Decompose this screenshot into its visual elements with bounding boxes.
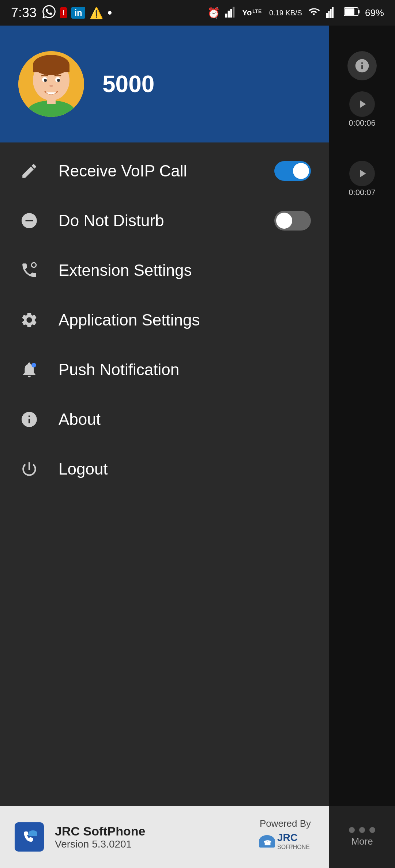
logout-label: Logout <box>59 460 108 478</box>
svg-rect-28 <box>18 826 40 848</box>
dnd-label: Do Not Disturb <box>59 212 164 230</box>
extension-settings-icon <box>18 259 40 281</box>
status-time: 7:33 <box>11 5 37 20</box>
play-button-1[interactable] <box>349 91 375 117</box>
svg-rect-23 <box>47 97 56 104</box>
svg-point-21 <box>49 85 53 87</box>
call-timer-2: 0:00:07 <box>349 161 375 197</box>
receive-voip-toggle-container <box>274 161 311 181</box>
play-button-2[interactable] <box>349 161 375 186</box>
svg-rect-11 <box>345 8 354 15</box>
nav-dot-2 <box>359 827 365 833</box>
menu-item-receive-voip[interactable]: Receive VoIP Call <box>0 146 329 196</box>
svg-text:☎: ☎ <box>263 840 271 847</box>
status-right: ⏰ YoLTE 0.19 KB/S 69% <box>207 6 384 20</box>
about-label: About <box>59 410 101 429</box>
nav-dot-3 <box>369 827 375 833</box>
linkedin-icon: in <box>71 7 85 19</box>
status-left: 7:33 ! in ⚠️ • <box>11 5 112 21</box>
footer-app-info: JRC SoftPhone Version 5.3.0201 <box>55 824 145 850</box>
svg-point-24 <box>31 263 36 267</box>
logout-icon <box>18 458 40 480</box>
badge-icon: ! <box>60 7 67 18</box>
menu-item-logout[interactable]: Logout <box>0 444 329 494</box>
receive-voip-label: Receive VoIP Call <box>59 162 187 180</box>
menu-item-about[interactable]: About <box>0 395 329 444</box>
data-speed: 0.19 KB/S <box>269 8 302 17</box>
alarm-icon: ⏰ <box>207 7 220 19</box>
footer-version: Version 5.3.0201 <box>55 838 145 850</box>
dnd-toggle-knob <box>276 213 292 229</box>
svg-text:PHONE: PHONE <box>289 844 310 850</box>
info-button-right[interactable] <box>347 51 377 80</box>
menu-item-push-notification[interactable]: Push Notification <box>0 345 329 395</box>
dnd-toggle[interactable] <box>274 211 311 231</box>
right-panel: 0:00:06 0:00:07 More <box>329 26 395 868</box>
menu-item-app-settings[interactable]: Application Settings <box>0 295 329 345</box>
notification-dot: • <box>108 5 112 20</box>
svg-rect-9 <box>332 7 334 18</box>
svg-rect-0 <box>225 14 227 18</box>
menu-item-extension-settings[interactable]: Extension Settings <box>0 245 329 295</box>
lte-icon: YoLTE <box>242 6 264 20</box>
svg-rect-8 <box>330 9 332 18</box>
drawer-header: 5000 <box>0 26 329 142</box>
call-timer-1: 0:00:06 <box>349 91 375 128</box>
svg-rect-30 <box>29 833 37 836</box>
wifi-icon <box>307 6 320 20</box>
battery-percentage: 69% <box>365 7 384 19</box>
svg-rect-12 <box>358 10 360 14</box>
svg-rect-7 <box>328 11 330 18</box>
push-notification-icon <box>18 359 40 381</box>
svg-rect-3 <box>233 7 234 17</box>
user-extension-number: 5000 <box>102 71 154 98</box>
svg-rect-1 <box>228 11 230 18</box>
drawer: 5000 Receive VoIP Call <box>0 26 329 868</box>
footer-powered-by-text: Powered By <box>260 818 311 829</box>
nav-dot-1 <box>349 827 355 833</box>
footer-app-name: JRC SoftPhone <box>55 824 145 838</box>
svg-point-27 <box>31 363 36 368</box>
svg-rect-16 <box>33 65 69 72</box>
svg-rect-2 <box>230 9 232 18</box>
extension-settings-label: Extension Settings <box>59 261 192 279</box>
svg-text:LTE: LTE <box>252 8 262 14</box>
receive-voip-toggle[interactable] <box>274 161 311 181</box>
more-label[interactable]: More <box>351 836 373 847</box>
dnd-icon <box>18 210 40 232</box>
svg-rect-6 <box>326 13 328 18</box>
user-avatar <box>18 51 84 117</box>
push-notification-label: Push Notification <box>59 361 179 379</box>
app-settings-icon <box>18 309 40 331</box>
drawer-footer: JRC SoftPhone Version 5.3.0201 Powered B… <box>0 806 329 868</box>
signal-strength-icon <box>326 6 339 19</box>
receive-voip-toggle-knob <box>293 163 309 179</box>
svg-point-19 <box>44 79 47 82</box>
footer-jrc-logo: ☎ JRC SOFT PHONE <box>256 831 315 856</box>
svg-point-20 <box>57 79 60 82</box>
status-notification-icons: ! in ⚠️ • <box>42 5 112 21</box>
menu-item-dnd[interactable]: Do Not Disturb <box>0 196 329 245</box>
timer-2: 0:00:07 <box>349 188 375 197</box>
footer-powered-by-block: Powered By ☎ JRC SOFT PHONE <box>256 818 315 856</box>
dnd-toggle-container <box>274 211 311 231</box>
about-icon <box>18 408 40 430</box>
app-container: 0:00:06 0:00:07 More <box>0 26 395 868</box>
status-bar: 7:33 ! in ⚠️ • ⏰ YoLTE 0.19 KB/S <box>0 0 395 26</box>
battery-icon <box>344 7 360 19</box>
svg-text:JRC: JRC <box>277 832 298 843</box>
app-settings-label: Application Settings <box>59 311 200 329</box>
nav-dots <box>349 827 375 833</box>
whatsapp-icon <box>42 5 56 21</box>
drawer-menu: Receive VoIP Call Do Not Disturb <box>0 142 329 806</box>
timer-1: 0:00:06 <box>349 118 375 128</box>
bottom-nav-right: More <box>329 806 395 868</box>
receive-voip-icon <box>18 160 40 182</box>
svg-text:Yo: Yo <box>242 8 252 17</box>
warning-icon: ⚠️ <box>90 7 103 19</box>
footer-app-icon <box>15 822 44 852</box>
signal-bars-icon <box>225 6 237 20</box>
